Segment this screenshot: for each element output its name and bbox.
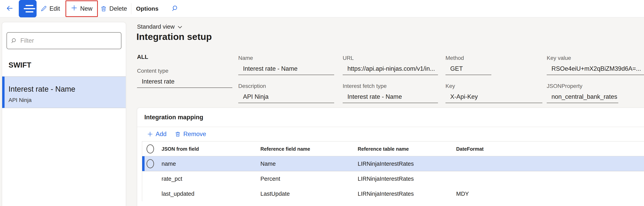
trash-icon <box>100 5 107 12</box>
name-input[interactable]: Interest rate - Name <box>238 65 334 75</box>
options-label: Options <box>136 5 158 12</box>
method-input[interactable]: GET <box>446 65 491 75</box>
field-label: Name <box>238 55 334 61</box>
add-row-button[interactable]: Add <box>147 131 166 138</box>
table-row[interactable]: rate_pct Percent LIRNinjaInterestRates <box>142 171 644 186</box>
integration-mapping-header: Integration mapping <box>137 108 644 127</box>
field-label: URL <box>343 55 438 61</box>
key-value-input[interactable]: RSOe4eiU+mX2qBiZM39d6A=... <box>547 65 644 75</box>
integration-mapping-card: Integration mapping Add Remove <box>137 108 644 206</box>
record-subtitle: API Ninja <box>8 97 126 103</box>
field-key: Key X-Api-Key <box>446 83 542 103</box>
cell-json-from-field[interactable]: last_updated <box>162 186 194 201</box>
cell-json-from-field[interactable]: name <box>162 156 176 171</box>
pencil-icon <box>40 5 47 12</box>
back-arrow-icon <box>6 4 14 13</box>
field-label: Content type <box>137 68 232 74</box>
page-title: Integration setup <box>136 31 212 42</box>
command-bar: Edit New Delete Options <box>0 0 644 17</box>
cell-json-from-field[interactable]: rate_pct <box>162 171 182 186</box>
new-button[interactable]: New <box>71 1 92 16</box>
hamburger-icon <box>26 5 34 6</box>
cell-reference-field-name[interactable]: Percent <box>260 171 280 186</box>
plus-icon <box>147 131 153 137</box>
cell-reference-table-name[interactable]: LIRNinjaInterestRates <box>358 156 414 171</box>
chevron-down-icon <box>177 24 182 30</box>
json-property-input[interactable]: non_central_bank_rates <box>547 93 618 103</box>
mapping-grid: JSON from field Reference field name Ref… <box>142 141 644 201</box>
main-content: Standard view Integration setup ALL Cont… <box>130 22 644 206</box>
hamburger-menu-button[interactable] <box>19 0 36 17</box>
key-input[interactable]: X-Api-Key <box>446 93 542 103</box>
record-list-panel: SWIFT Interest rate - Name API Ninja <box>2 22 126 206</box>
search-icon <box>172 5 179 13</box>
grid-header-row: JSON from field Reference field name Ref… <box>142 141 644 156</box>
toolbar-divider <box>131 3 131 14</box>
edit-button[interactable]: Edit <box>40 0 60 17</box>
field-key-value: Key value RSOe4eiU+mX2qBiZM39d6A=... <box>547 55 644 75</box>
grid-toolbar: Add Remove <box>137 127 644 141</box>
field-content-type: Content type Interest rate <box>137 68 232 88</box>
plus-icon <box>71 4 78 13</box>
column-header-json-from-field[interactable]: JSON from field <box>162 141 199 156</box>
select-all-radio[interactable] <box>146 144 154 154</box>
delete-label: Delete <box>109 5 127 12</box>
field-name: Name Interest rate - Name <box>238 55 334 75</box>
red-annotation-box: New <box>66 0 98 17</box>
description-input[interactable]: API Ninja <box>238 93 334 103</box>
record-title: Interest rate - Name <box>8 85 126 93</box>
delete-button[interactable]: Delete <box>100 0 127 17</box>
table-row[interactable]: name Name LIRNinjaInterestRates <box>142 156 644 171</box>
view-selector-label: Standard view <box>137 23 174 30</box>
column-header-reference-table-name[interactable]: Reference table name <box>358 141 409 156</box>
cell-dateformat[interactable]: MDY <box>456 186 469 201</box>
field-url: URL https://api.api-ninjas.com/v1/in... <box>343 55 438 75</box>
cell-reference-table-name[interactable]: LIRNinjaInterestRates <box>358 186 414 201</box>
field-label: JSONProperty <box>547 83 618 89</box>
field-json-property: JSONProperty non_central_bank_rates <box>547 83 618 103</box>
field-description: Description API Ninja <box>238 83 334 103</box>
options-menu[interactable]: Options <box>136 0 158 17</box>
app-window: Edit New Delete Options <box>0 0 644 206</box>
toolbar-search-button[interactable] <box>172 0 179 17</box>
back-button[interactable] <box>6 0 14 17</box>
remove-row-button[interactable]: Remove <box>175 131 206 138</box>
filter-input[interactable] <box>20 37 117 44</box>
cell-reference-field-name[interactable]: Name <box>260 156 276 171</box>
table-row[interactable]: last_updated LastUpdate LIRNinjaInterest… <box>142 186 644 201</box>
edit-label: Edit <box>50 5 60 12</box>
field-method: Method GET <box>446 55 491 75</box>
field-label: Interest fetch type <box>343 83 438 89</box>
row-selection-bar <box>142 156 144 171</box>
cell-reference-field-name[interactable]: LastUpdate <box>260 186 290 201</box>
view-selector[interactable]: Standard view <box>137 23 182 30</box>
interest-fetch-type-input[interactable]: Interest rate - Name <box>343 93 438 103</box>
field-label: Method <box>446 55 491 61</box>
field-label: Description <box>238 83 334 89</box>
field-label: Key <box>446 83 542 89</box>
filter-field[interactable] <box>6 32 122 49</box>
remove-label: Remove <box>183 131 206 138</box>
trash-icon <box>175 131 181 137</box>
field-interest-fetch-type: Interest fetch type Interest rate - Name <box>343 83 438 103</box>
column-header-dateformat[interactable]: DateFormat <box>456 141 484 156</box>
column-header-reference-field-name[interactable]: Reference field name <box>260 141 310 156</box>
new-label: New <box>80 5 92 12</box>
section-header-all: ALL <box>137 54 148 60</box>
add-label: Add <box>156 131 166 138</box>
filter-search-icon <box>11 37 17 44</box>
url-input[interactable]: https://api.api-ninjas.com/v1/in... <box>343 65 438 75</box>
record-list-item-selected[interactable]: Interest rate - Name API Ninja <box>2 76 126 108</box>
content-type-input[interactable]: Interest rate <box>137 78 232 88</box>
row-select-radio[interactable] <box>146 159 154 168</box>
field-label: Key value <box>547 55 644 61</box>
cell-reference-table-name[interactable]: LIRNinjaInterestRates <box>358 171 414 186</box>
group-title: SWIFT <box>8 61 31 69</box>
grid-body: name Name LIRNinjaInterestRates rate_pct… <box>142 156 644 201</box>
integration-mapping-title: Integration mapping <box>144 114 203 121</box>
